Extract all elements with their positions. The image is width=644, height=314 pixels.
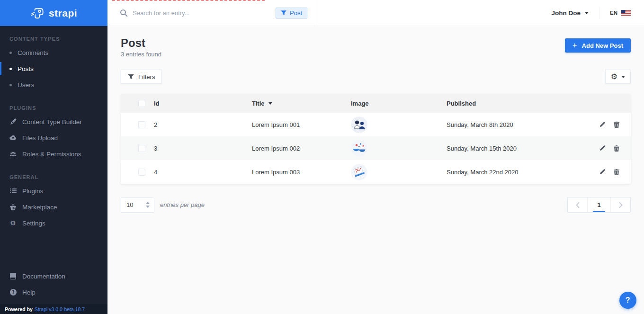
sidebar-item-comments[interactable]: Comments	[0, 45, 107, 61]
powered-by-text: Powered by	[5, 306, 33, 312]
topbar-divider	[599, 7, 599, 19]
page-size-select[interactable]: 10	[121, 197, 154, 213]
search-filter-tag[interactable]: Post	[276, 8, 307, 18]
sidebar-item-marketplace[interactable]: Marketplace	[0, 199, 107, 215]
page-number-button[interactable]: 1	[587, 197, 611, 212]
user-name: John Doe	[552, 9, 581, 17]
bowls-illustration-thumbnail	[351, 140, 367, 157]
column-header-id[interactable]: Id	[154, 100, 252, 107]
row-checkbox[interactable]	[138, 121, 145, 128]
sidebar-item-label: Comments	[18, 49, 48, 56]
search-icon	[120, 9, 128, 17]
filter-funnel-icon	[128, 74, 134, 80]
sidebar-section-plugins: PLUGINS Content Type Builder Files Uploa…	[0, 105, 107, 162]
search-zone: Post	[107, 0, 316, 26]
people-illustration-thumbnail	[351, 117, 367, 133]
plus-icon: +	[572, 41, 577, 49]
cloud-upload-icon	[9, 135, 17, 142]
cell-id: 4	[154, 169, 252, 176]
bullet-dot-icon	[9, 84, 12, 86]
table-row[interactable]: 4 Lorem Ipsum 003 Sunday, March 22nd 202…	[121, 160, 631, 184]
search-input[interactable]	[133, 9, 276, 17]
topbar-right: John Doe EN	[552, 7, 644, 19]
sidebar-item-content-type-builder[interactable]: Content Type Builder	[0, 114, 107, 130]
sidebar-item-label: Roles & Permissions	[22, 151, 81, 158]
list-settings-button[interactable]: ⚙	[605, 70, 631, 84]
table-row[interactable]: 2 Lorem Ipsum 001 Sunday, March 8th 2020	[121, 113, 631, 136]
sidebar-item-roles-permissions[interactable]: Roles & Permissions	[0, 146, 107, 162]
entries-count: 3 entries found	[121, 51, 161, 58]
app-logo-text: strapi	[49, 8, 77, 19]
edit-pencil-icon[interactable]	[599, 145, 606, 152]
gear-icon: ⚙	[9, 220, 17, 227]
add-new-post-button[interactable]: + Add New Post	[565, 38, 631, 53]
chevron-down-icon	[621, 76, 625, 78]
cell-id: 2	[154, 121, 252, 128]
step-down-icon[interactable]	[146, 206, 150, 208]
cell-title: Lorem Ipsum 002	[252, 145, 351, 152]
step-up-icon[interactable]	[146, 202, 150, 204]
column-header-title[interactable]: Title	[252, 100, 351, 107]
user-menu[interactable]: John Doe	[552, 9, 589, 17]
sidebar-item-label: Posts	[18, 65, 34, 72]
list-icon	[9, 188, 17, 195]
sidebar-item-label: Documentation	[22, 273, 65, 280]
delete-trash-icon[interactable]	[614, 121, 619, 128]
filters-button[interactable]: Filters	[121, 70, 162, 84]
table-header-row: Id Title Image Published	[121, 94, 631, 113]
cell-id: 3	[154, 145, 252, 152]
topbar: Post John Doe EN	[107, 0, 644, 26]
sidebar-item-settings[interactable]: ⚙ Settings	[0, 215, 107, 231]
column-header-image: Image	[351, 100, 447, 107]
sidebar-nav: CONTENT TYPES Comments Posts Users PLUGI…	[0, 26, 107, 243]
help-fab-button[interactable]: ?	[619, 292, 636, 309]
sidebar-item-help[interactable]: ? Help	[0, 284, 107, 300]
row-checkbox[interactable]	[138, 169, 145, 176]
delete-trash-icon[interactable]	[614, 145, 619, 152]
sidebar-item-label: Content Type Builder	[22, 118, 82, 126]
app-logo[interactable]: strapi	[0, 0, 107, 26]
edit-pencil-icon[interactable]	[599, 121, 606, 128]
next-page-button[interactable]	[611, 197, 630, 212]
sidebar-item-plugins[interactable]: Plugins	[0, 183, 107, 199]
table-row[interactable]: 3 Lorem Ipsum 002 Sunday, March 15th 202…	[121, 136, 631, 160]
previous-page-button[interactable]	[568, 197, 587, 212]
users-icon	[9, 151, 17, 158]
stepper-icons[interactable]	[146, 202, 150, 208]
row-checkbox[interactable]	[138, 145, 145, 152]
help-fab-label: ?	[626, 296, 630, 305]
sidebar-item-label: Files Upload	[22, 135, 58, 142]
powered-by-bar: Powered by Strapi v3.0.0-beta.18.7	[0, 304, 107, 314]
chevron-down-icon	[585, 12, 589, 14]
svg-text:?: ?	[12, 290, 14, 295]
sidebar-item-posts[interactable]: Posts	[0, 61, 107, 77]
delete-trash-icon[interactable]	[614, 169, 619, 175]
locale-picker[interactable]: EN	[610, 10, 631, 16]
sidebar-item-files-upload[interactable]: Files Upload	[0, 130, 107, 146]
shopping-basket-icon	[9, 204, 17, 211]
page-title: Post	[121, 37, 161, 49]
laptop-illustration-thumbnail	[351, 164, 367, 180]
sidebar-section-general: GENERAL Plugins Marketplace ⚙ Settings	[0, 174, 107, 231]
sidebar-item-label: Users	[18, 81, 34, 89]
sidebar-item-label: Plugins	[22, 188, 43, 195]
page-header: Post 3 entries found + Add New Post	[121, 37, 631, 58]
filter-tag-label: Post	[290, 9, 302, 17]
sort-caret-icon	[268, 102, 272, 105]
sidebar-item-users[interactable]: Users	[0, 77, 107, 93]
list-footer: 10 entries per page 1	[121, 197, 631, 213]
bullet-dot-icon	[9, 52, 12, 54]
sidebar-item-documentation[interactable]: Documentation	[0, 268, 107, 284]
strapi-version-link[interactable]: Strapi v3.0.0-beta.18.7	[35, 306, 85, 312]
section-label: PLUGINS	[0, 105, 107, 114]
sidebar-item-label: Marketplace	[22, 204, 57, 211]
sidebar-item-label: Settings	[22, 220, 45, 227]
list-toolbar: Filters ⚙	[121, 70, 631, 84]
cell-title: Lorem Ipsum 001	[252, 121, 351, 128]
cell-title: Lorem Ipsum 003	[252, 169, 351, 176]
pagination: 1	[567, 197, 631, 213]
select-all-checkbox[interactable]	[138, 100, 145, 107]
edit-pencil-icon[interactable]	[599, 169, 606, 175]
column-header-published[interactable]: Published	[447, 100, 588, 107]
sidebar: strapi CONTENT TYPES Comments Posts User…	[0, 0, 107, 314]
